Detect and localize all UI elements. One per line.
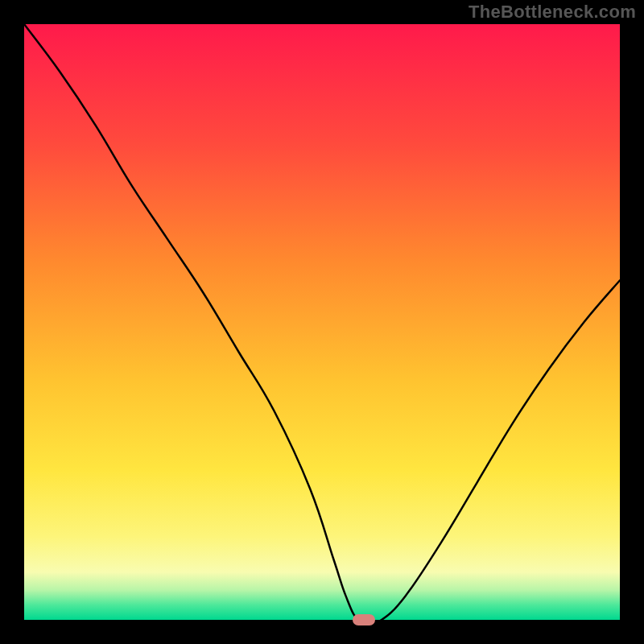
chart-frame: TheBottleneck.com xyxy=(0,0,644,644)
watermark-text: TheBottleneck.com xyxy=(469,2,636,23)
chart-background xyxy=(24,24,620,620)
bottleneck-chart xyxy=(24,24,620,620)
optimal-point-marker xyxy=(353,614,375,625)
